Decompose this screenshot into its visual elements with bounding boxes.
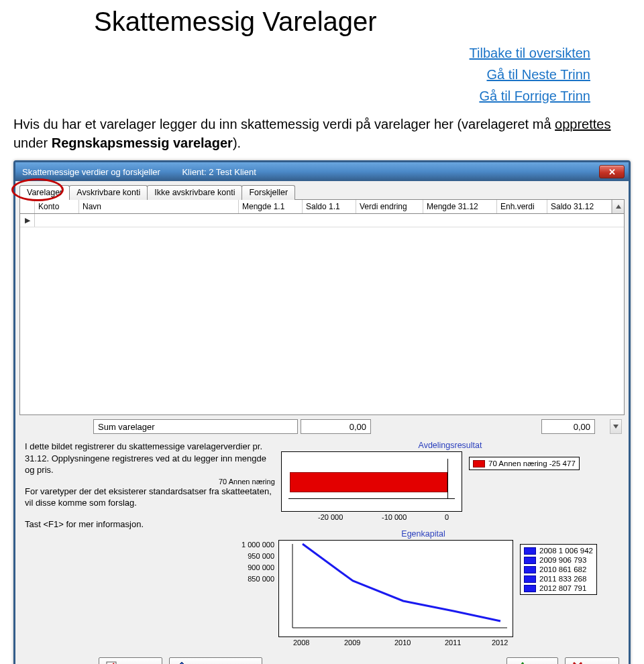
chart2-title: Egenkapital (254, 529, 592, 539)
page-title: Skattemessig Varelager (13, 7, 631, 37)
link-overview[interactable]: Tilbake til oversikten (470, 46, 590, 60)
col-konto[interactable]: Konto (35, 200, 79, 213)
chart1-bar (290, 472, 447, 492)
table-row[interactable]: ▶ (20, 214, 624, 227)
endre-ib-button[interactable]: Endre IB (99, 657, 162, 664)
col-saldo3112[interactable]: Saldo 31.12 (547, 200, 612, 213)
col-navn[interactable]: Navn (79, 200, 239, 213)
sum-value-mid: 0,00 (301, 419, 371, 434)
dialog-window: Skattemessige verdier og forskjeller Kli… (13, 160, 631, 664)
check-icon (514, 661, 525, 664)
edit-icon (106, 661, 117, 664)
scroll-down-button[interactable] (610, 419, 622, 434)
arrow-up-icon (616, 205, 621, 209)
grid-header: Konto Navn Mengde 1.1 Saldo 1.1 Verdi en… (19, 199, 625, 214)
legend-swatch-red (473, 460, 485, 467)
chart2-legend: 2008 1 006 942 2009 906 793 2010 861 682… (520, 544, 597, 595)
avbryt-button[interactable]: Avbryt (565, 657, 619, 664)
chart1-title: Avdelingsresultat (281, 441, 619, 450)
intro-paragraph: Hvis du har et varelager legger du inn s… (13, 115, 631, 152)
col-saldo11[interactable]: Saldo 1.1 (303, 200, 356, 213)
close-icon: ✕ (608, 167, 616, 177)
takseringsregler-button[interactable]: Takseringsregler (169, 657, 262, 664)
grid-body[interactable]: ▶ (19, 214, 625, 415)
tab-varelager[interactable]: Varelager (19, 185, 70, 200)
titlebar: Skattemessige verdier og forskjeller Kli… (15, 162, 629, 181)
chart1: 70 Annen næring (281, 451, 462, 512)
sum-label: Sum varelager (93, 419, 298, 434)
col-mengde3112[interactable]: Mengde 31.12 (423, 200, 497, 213)
link-prev-step[interactable]: Gå til Forrige Trinn (479, 89, 590, 103)
sum-value-right: 0,00 (541, 419, 595, 434)
tab-forskjeller[interactable]: Forskjeller (241, 185, 295, 200)
lagre-button[interactable]: Lagre (506, 657, 558, 664)
col-enhverdi[interactable]: Enh.verdi (497, 200, 547, 213)
legend-swatch-blue (524, 547, 536, 555)
diamond-icon (176, 661, 187, 664)
tab-ikke-avskrivbare[interactable]: Ikke avskrivbare konti (147, 185, 242, 200)
cancel-icon (572, 661, 583, 664)
link-next-step[interactable]: Gå til Neste Trinn (486, 67, 590, 82)
tab-avskrivbare[interactable]: Avskrivbare konti (69, 185, 148, 200)
col-mengde11[interactable]: Mengde 1.1 (239, 200, 303, 213)
chart2 (278, 540, 513, 637)
dialog-client: Klient: 2 Test Klient (182, 167, 256, 177)
row-marker-icon: ▶ (20, 214, 35, 227)
arrow-down-icon (613, 425, 619, 429)
dialog-title: Skattemessige verdier og forskjeller (22, 167, 160, 177)
chart1-legend: 70 Annen næring -25 477 (469, 457, 580, 470)
close-button[interactable]: ✕ (599, 165, 625, 178)
col-verdiendring[interactable]: Verdi endring (356, 200, 423, 213)
scroll-up-button[interactable] (612, 200, 624, 213)
